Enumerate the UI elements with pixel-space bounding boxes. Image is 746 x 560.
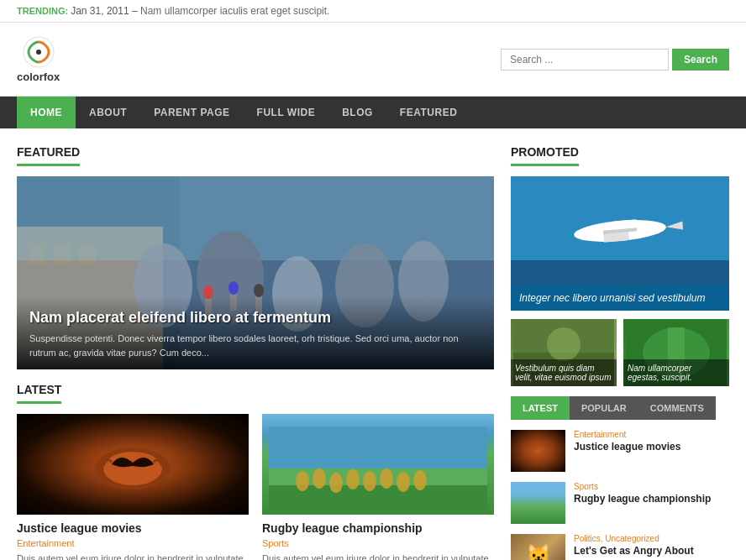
tab-comments[interactable]: COMMENTS (638, 396, 716, 420)
tabs-row: LATEST POPULAR COMMENTS (511, 396, 729, 420)
svg-point-21 (103, 452, 162, 485)
featured-article-title: Nam placerat eleifend libero at fermentu… (29, 309, 481, 327)
rugby-excerpt: Duis autem vel eum iriure dolor in hendr… (262, 552, 494, 560)
svg-point-17 (229, 281, 239, 295)
rugby-thumb (262, 414, 494, 515)
promoted-small-2-caption: Nam ullamcorper egestas, suscipit. (623, 359, 729, 386)
latest-title: LATEST (17, 383, 61, 404)
justice-league-thumb (17, 414, 249, 515)
justice-league-category: Entertainment (17, 538, 249, 548)
sidebar-category-1: Entertainment (574, 430, 729, 439)
latest-section: LATEST (17, 383, 494, 560)
search-area: Search (501, 49, 729, 71)
trending-dash: – (132, 5, 140, 17)
nav-item-blog[interactable]: BLOG (328, 97, 386, 128)
trending-text: Nam ullamcorper iaculis erat eget suscip… (140, 5, 329, 17)
sidebar-article-info-2: Sports Rugby league championship (574, 482, 729, 506)
sidebar-tabs: LATEST POPULAR COMMENTS Entertainment Ju… (511, 396, 729, 560)
rugby-title: Rugby league championship (262, 521, 494, 535)
justice-league-title: Justice league movies (17, 521, 249, 535)
thumb-batman-bg (511, 430, 565, 472)
header: colorfox Search (0, 23, 746, 97)
promoted-small-1-caption: Vestibulum quis diam velit, vitae euismo… (511, 359, 617, 386)
featured-title: FEATURED (17, 145, 80, 166)
trending-accent: TRENDING (17, 6, 65, 16)
sidebar-article-title-1: Justice league movies (574, 441, 729, 454)
tab-latest[interactable]: LATEST (511, 396, 570, 420)
featured-article-desc: Suspendisse potenti. Donec viverra tempo… (29, 332, 481, 359)
svg-point-25 (296, 471, 309, 491)
logo-text: colorfox (17, 71, 60, 83)
latest-grid: Justice league movies Entertainment Duis… (17, 414, 494, 560)
svg-point-26 (313, 468, 326, 489)
promoted-small-1: Vestibulum quis diam velit, vitae euismo… (511, 319, 617, 386)
sidebar-category-2: Sports (574, 482, 729, 491)
nav-item-featured[interactable]: FEATURED (386, 97, 470, 128)
nav-item-parent-page[interactable]: PARENT PAGE (140, 97, 243, 128)
svg-point-31 (397, 472, 410, 492)
list-item: Sports Rugby league championship (511, 482, 729, 524)
featured-section: FEATURED (17, 145, 494, 369)
rugby-bg (262, 414, 494, 515)
left-column: FEATURED (17, 145, 494, 560)
promoted-small-row: Vestibulum quis diam velit, vitae euismo… (511, 319, 729, 386)
svg-point-43 (547, 327, 581, 361)
tab-popular[interactable]: POPULAR (570, 396, 638, 420)
search-button[interactable]: Search (672, 49, 729, 71)
svg-point-29 (363, 471, 376, 491)
sidebar-article-info-3: Politics, Uncategorized Let's Get as Ang… (574, 534, 729, 560)
batman-bg (17, 414, 249, 515)
trending-bar: TRENDING: Jan 31, 2011 – Nam ullamcorper… (0, 0, 746, 23)
svg-point-28 (346, 469, 360, 489)
svg-point-27 (329, 473, 343, 493)
promoted-section: PROMOTED (511, 145, 729, 386)
list-item: Justice league movies Entertainment Duis… (17, 414, 249, 560)
svg-point-32 (413, 470, 427, 490)
thumb-cat-bg: 🐱 (511, 534, 565, 560)
svg-point-1 (36, 50, 41, 55)
sidebar-thumb-cat: 🐱 (511, 534, 565, 560)
sidebar-article-info-1: Entertainment Justice league movies (574, 430, 729, 454)
sidebar-article-title-3: Let's Get as Angry About Political Wrong… (574, 545, 729, 560)
main-nav: HOME ABOUT PARENT PAGE FULL WIDE BLOG FE… (0, 97, 746, 128)
logo[interactable]: colorfox (17, 35, 60, 83)
nav-item-about[interactable]: ABOUT (76, 97, 140, 128)
trending-date: Jan 31, 2011 (71, 5, 129, 17)
nav-item-full-wide[interactable]: FULL WIDE (244, 97, 329, 128)
search-input[interactable] (501, 49, 669, 71)
trending-label: TRENDING: (17, 6, 71, 16)
promoted-main-image: Integer nec libero urnanisi sed vestibul… (511, 176, 729, 311)
list-item: Rugby league championship Sports Duis au… (262, 414, 494, 560)
svg-rect-34 (511, 176, 729, 260)
sidebar-thumb-rugby (511, 482, 565, 524)
right-column: PROMOTED (511, 145, 729, 560)
justice-league-excerpt: Duis autem vel eum iriure dolor in hendr… (17, 552, 249, 560)
promoted-main-caption: Integer nec libero urnanisi sed vestibul… (511, 285, 729, 311)
rugby-category: Sports (262, 538, 494, 548)
featured-overlay: Nam placerat eleifend libero at fermentu… (17, 296, 494, 369)
svg-point-30 (380, 468, 393, 489)
promoted-small-2: Nam ullamcorper egestas, suscipit. (623, 319, 729, 386)
sidebar-article-title-2: Rugby league championship (574, 493, 729, 506)
thumb-rugby-bg (511, 482, 565, 524)
featured-image: Nam placerat eleifend libero at fermentu… (17, 176, 494, 369)
sidebar-thumb-batman (511, 430, 565, 472)
main-container: FEATURED (0, 128, 746, 560)
nav-item-home[interactable]: HOME (17, 97, 76, 128)
list-item: 🐱 Politics, Uncategorized Let's Get as A… (511, 534, 729, 560)
list-item: Entertainment Justice league movies (511, 430, 729, 472)
svg-point-19 (254, 284, 264, 297)
sidebar-category-3: Politics, Uncategorized (574, 534, 729, 543)
promoted-title: PROMOTED (511, 145, 579, 166)
logo-icon (22, 35, 55, 69)
